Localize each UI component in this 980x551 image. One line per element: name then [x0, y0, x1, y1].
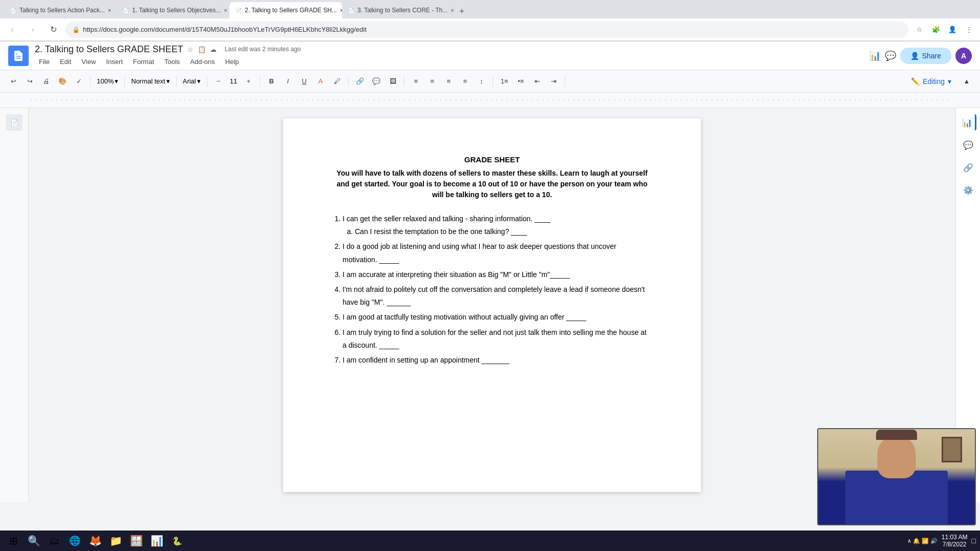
tab-1[interactable]: 📄 Talking to Sellers Action Pack... × — [4, 2, 117, 18]
reload-button[interactable]: ↻ — [45, 22, 61, 38]
document-page: GRADE SHEET You will have to talk with d… — [283, 118, 701, 492]
tab-2[interactable]: 📄 1. Talking to Sellers Objectives... × — [117, 2, 229, 18]
tab2-label: 1. Talking to Sellers Objectives... — [132, 7, 221, 14]
office-icon[interactable]: 📊 — [147, 532, 166, 550]
sidebar-settings-icon[interactable]: ⚙️ — [960, 182, 976, 198]
tab4-label: 3. Talking to Sellers CORE - Th... — [357, 7, 448, 14]
back-button[interactable]: ‹ — [4, 22, 20, 38]
line-spacing[interactable]: ↕ — [474, 74, 488, 89]
paint-format-button[interactable]: 🎨 — [55, 74, 70, 89]
share-button[interactable]: 👤 Share — [900, 48, 951, 64]
text-color-button[interactable]: A — [313, 74, 328, 89]
menu-edit[interactable]: Edit — [56, 56, 75, 68]
start-button[interactable]: ⊞ — [4, 532, 23, 550]
menu-view[interactable]: View — [77, 56, 100, 68]
edge-icon[interactable]: 🌐 — [66, 532, 84, 550]
docs-menu: File Edit View Insert Format Tools Add-o… — [35, 56, 863, 68]
font-size-display[interactable]: 11 — [228, 77, 239, 85]
font-size-decrease[interactable]: − — [211, 74, 226, 89]
notification-icon[interactable]: □ — [972, 537, 976, 545]
italic-button[interactable]: I — [281, 74, 295, 89]
print-button[interactable]: 🖨 — [39, 74, 53, 89]
link-button[interactable]: 🔗 — [353, 74, 367, 89]
comment-icon[interactable]: 💬 — [885, 50, 896, 61]
spellcheck-button[interactable]: ✓ — [72, 74, 86, 89]
align-center[interactable]: ≡ — [425, 74, 439, 89]
zoom-select[interactable]: 100% ▾ — [95, 74, 120, 89]
list-item: I am good at tactfully testing motivatio… — [343, 311, 652, 324]
file-explorer-icon[interactable]: 📁 — [106, 532, 125, 550]
bold-button[interactable]: B — [264, 74, 279, 89]
firefox-icon[interactable]: 🦊 — [86, 532, 104, 550]
nav-bar: ‹ › ↻ 🔒 https://docs.google.com/document… — [0, 18, 980, 41]
lock-icon: 🔒 — [72, 26, 80, 33]
editing-badge[interactable]: ✏️ Editing ▾ — [905, 75, 957, 88]
outline-icon[interactable]: 📄 — [6, 114, 23, 131]
new-tab-button[interactable]: + — [455, 4, 469, 18]
font-select[interactable]: Arial ▾ — [181, 74, 203, 89]
align-left[interactable]: ≡ — [409, 74, 423, 89]
star-icon[interactable]: ☆ — [187, 46, 194, 53]
task-view-button[interactable]: 🗂 — [45, 532, 63, 550]
windows-icon-2[interactable]: 🪟 — [127, 532, 145, 550]
docs-logo — [8, 46, 29, 66]
highlight-button[interactable]: 🖊 — [330, 74, 344, 89]
redo-button[interactable]: ↪ — [23, 74, 37, 89]
python-icon[interactable]: 🐍 — [168, 532, 186, 550]
address-text: https://docs.google.com/document/d/15T40… — [83, 26, 902, 33]
sidebar-explore-icon[interactable]: 📊 — [960, 114, 976, 131]
align-right[interactable]: ≡ — [441, 74, 456, 89]
extensions-icon[interactable]: 🧩 — [929, 23, 943, 37]
menu-insert[interactable]: Insert — [102, 56, 127, 68]
list-item: I am confident in setting up an appointm… — [343, 354, 652, 367]
menu-format[interactable]: Format — [129, 56, 158, 68]
menu-help[interactable]: Help — [221, 56, 243, 68]
font-size-increase[interactable]: + — [241, 74, 255, 89]
collapse-button[interactable]: ▲ — [960, 74, 974, 89]
menu-icon[interactable]: ⋮ — [962, 23, 976, 37]
tab4-favicon: 📄 — [348, 7, 354, 14]
decrease-indent[interactable]: ⇤ — [530, 74, 544, 89]
doc-type-icon[interactable]: 📋 — [198, 46, 206, 53]
comment-button[interactable]: 💬 — [369, 74, 384, 89]
tab1-close[interactable]: × — [108, 6, 111, 14]
sidebar-link-icon[interactable]: 🔗 — [960, 159, 976, 176]
menu-file[interactable]: File — [35, 56, 54, 68]
share-person-icon: 👤 — [910, 52, 919, 60]
search-button[interactable]: 🔍 — [25, 532, 43, 550]
chart-icon[interactable]: 📊 — [869, 50, 881, 61]
menu-tools[interactable]: Tools — [160, 56, 184, 68]
address-bar[interactable]: 🔒 https://docs.google.com/document/d/15T… — [66, 22, 908, 38]
tray-icons: ∧ 🔔 📶 🔊 — [907, 538, 938, 544]
tab-3[interactable]: 📄 2. Talking to Sellers GRADE SH... × — [229, 2, 342, 18]
image-button[interactable]: 🖼 — [386, 74, 400, 89]
increase-indent[interactable]: ⇥ — [546, 74, 561, 89]
underline-button[interactable]: U — [297, 74, 311, 89]
separator-9 — [565, 76, 565, 87]
cloud-icon[interactable]: ☁ — [210, 46, 217, 53]
profile-icon[interactable]: 👤 — [945, 23, 960, 37]
sidebar-comment-icon[interactable]: 💬 — [960, 137, 976, 153]
last-edit: Last edit was 2 minutes ago — [225, 46, 301, 53]
user-avatar[interactable]: A — [955, 48, 972, 64]
tab2-close[interactable]: × — [224, 6, 227, 14]
bulleted-list[interactable]: •≡ — [514, 74, 528, 89]
ruler — [0, 93, 980, 108]
docs-title[interactable]: 2. Talking to Sellers GRADE SHEET — [35, 44, 183, 55]
style-select[interactable]: Normal text ▾ — [129, 74, 172, 89]
tab-4[interactable]: 📄 3. Talking to Sellers CORE - Th... × — [342, 2, 455, 18]
tab1-label: Talking to Sellers Action Pack... — [19, 7, 105, 14]
list-item: I can get the seller relaxed and talking… — [343, 213, 652, 238]
separator-6 — [348, 76, 349, 87]
separator-7 — [404, 76, 404, 87]
video-overlay — [817, 428, 976, 525]
bookmark-icon[interactable]: ☆ — [912, 23, 927, 37]
docs-title-area: 2. Talking to Sellers GRADE SHEET ☆ 📋 ☁ … — [35, 44, 863, 68]
tab4-close[interactable]: × — [451, 6, 454, 14]
tab1-favicon: 📄 — [10, 7, 16, 14]
numbered-list[interactable]: 1≡ — [497, 74, 512, 89]
forward-button[interactable]: › — [25, 22, 41, 38]
undo-button[interactable]: ↩ — [6, 74, 20, 89]
menu-addons[interactable]: Add-ons — [186, 56, 219, 68]
align-justify[interactable]: ≡ — [458, 74, 472, 89]
